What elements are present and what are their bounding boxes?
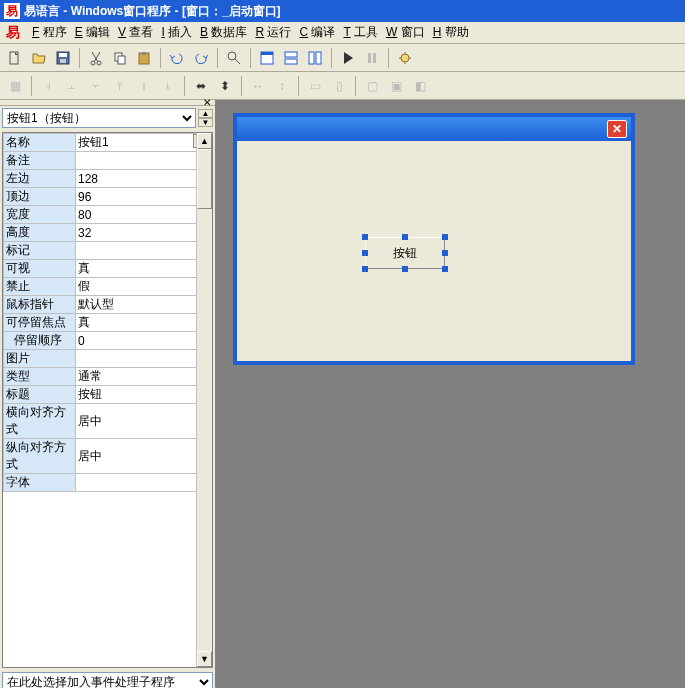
prop-value[interactable]: 按钮 <box>76 386 212 404</box>
resize-handle[interactable] <box>362 234 368 240</box>
prop-label[interactable]: 可停留焦点 <box>4 314 76 332</box>
title-sep1: - <box>60 4 71 18</box>
prop-value[interactable] <box>76 152 212 170</box>
menu-item[interactable]: W 窗口 <box>382 23 429 41</box>
form-titlebar[interactable]: ✕ <box>237 117 631 141</box>
button-caption: 按钮 <box>393 245 417 262</box>
prop-value[interactable]: 128 <box>76 170 212 188</box>
svg-rect-12 <box>261 52 273 55</box>
property-grid[interactable]: 名称按钮1⋯备注左边128顶边96宽度80高度32标记可视真禁止假鼠标指针默认型… <box>2 132 213 668</box>
menu-item[interactable]: R 运行 <box>251 23 295 41</box>
svg-point-4 <box>91 61 95 65</box>
scroll-thumb[interactable] <box>197 149 212 209</box>
find-icon[interactable] <box>223 47 245 69</box>
new-file-icon[interactable] <box>4 47 26 69</box>
svg-rect-16 <box>316 52 321 64</box>
prop-label[interactable]: 停留顺序 <box>4 332 76 350</box>
prop-value[interactable]: 假 <box>76 278 212 296</box>
app-title-bar: 易 易语言 - Windows窗口程序 - [窗口：_启动窗口] <box>0 0 685 22</box>
copy-icon[interactable] <box>109 47 131 69</box>
prop-label[interactable]: 图片 <box>4 350 76 368</box>
resize-handle[interactable] <box>402 266 408 272</box>
prop-label[interactable]: 名称 <box>4 134 76 152</box>
size-v-icon[interactable]: ⬍ <box>214 75 236 97</box>
prop-value[interactable]: 0 <box>76 332 212 350</box>
prop-label[interactable]: 顶边 <box>4 188 76 206</box>
scroll-down-icon[interactable]: ▼ <box>197 651 212 667</box>
prop-label[interactable]: 禁止 <box>4 278 76 296</box>
resize-handle[interactable] <box>442 250 448 256</box>
size-h-icon[interactable]: ⬌ <box>190 75 212 97</box>
prop-label[interactable]: 鼠标指针 <box>4 296 76 314</box>
menu-item[interactable]: C 编译 <box>295 23 339 41</box>
prop-value[interactable] <box>76 350 212 368</box>
prop-value[interactable] <box>76 474 212 492</box>
prop-label[interactable]: 字体 <box>4 474 76 492</box>
menu-item[interactable]: T 工具 <box>339 23 381 41</box>
menu-item[interactable]: H 帮助 <box>429 23 473 41</box>
prop-value[interactable]: 居中 <box>76 404 212 439</box>
prop-label[interactable]: 宽度 <box>4 206 76 224</box>
prop-value[interactable]: 96 <box>76 188 212 206</box>
design-form[interactable]: ✕ 按钮 <box>234 114 634 364</box>
menu-item[interactable]: F 程序 <box>28 23 71 41</box>
prop-label[interactable]: 备注 <box>4 152 76 170</box>
resize-handle[interactable] <box>442 234 448 240</box>
resize-handle[interactable] <box>442 266 448 272</box>
prop-label[interactable]: 标题 <box>4 386 76 404</box>
prop-label[interactable]: 横向对齐方式 <box>4 404 76 439</box>
paste-icon[interactable] <box>133 47 155 69</box>
prop-label[interactable]: 高度 <box>4 224 76 242</box>
prop-value[interactable]: 32 <box>76 224 212 242</box>
resize-handle[interactable] <box>362 250 368 256</box>
save-icon[interactable] <box>52 47 74 69</box>
selector-up-icon[interactable]: ▲ <box>198 109 213 118</box>
title-window: [窗口：_启动窗口] <box>182 3 281 20</box>
prop-value[interactable]: 居中 <box>76 439 212 474</box>
prop-label[interactable]: 标记 <box>4 242 76 260</box>
prop-value[interactable] <box>76 242 212 260</box>
menu-item[interactable]: B 数据库 <box>196 23 251 41</box>
menu-item[interactable]: E 编辑 <box>71 23 114 41</box>
svg-rect-13 <box>285 52 297 57</box>
prop-value[interactable]: 真 <box>76 314 212 332</box>
prop-label[interactable]: 类型 <box>4 368 76 386</box>
svg-rect-3 <box>60 59 66 63</box>
prop-value[interactable]: 按钮1⋯ <box>76 134 212 152</box>
form-designer[interactable]: ✕ 按钮 <box>216 100 685 688</box>
undo-icon[interactable] <box>166 47 188 69</box>
title-sep2: - <box>171 4 182 18</box>
prop-label[interactable]: 可视 <box>4 260 76 278</box>
prop-value[interactable]: 默认型 <box>76 296 212 314</box>
window2-icon[interactable] <box>280 47 302 69</box>
svg-rect-18 <box>373 53 376 63</box>
prop-value[interactable]: 真 <box>76 260 212 278</box>
open-file-icon[interactable] <box>28 47 50 69</box>
run-icon[interactable] <box>337 47 359 69</box>
redo-icon[interactable] <box>190 47 212 69</box>
prop-value[interactable]: 通常 <box>76 368 212 386</box>
window3-icon[interactable] <box>304 47 326 69</box>
cut-icon[interactable] <box>85 47 107 69</box>
selector-down-icon[interactable]: ▼ <box>198 118 213 127</box>
toolbar-2: ▦ ⫞ ⫠ ⫟ ⫯ ⫲ ⫰ ⬌ ⬍ ↔ ↕ ▭ ▯ ▢ ▣ ◧ <box>0 72 685 100</box>
align-top-icon: ⫯ <box>109 75 131 97</box>
prop-scrollbar[interactable]: ▲ ▼ <box>196 133 212 667</box>
pause-icon <box>361 47 383 69</box>
resize-handle[interactable] <box>402 234 408 240</box>
resize-handle[interactable] <box>362 266 368 272</box>
event-selector[interactable]: 在此处选择加入事件处理子程序 <box>2 672 213 688</box>
form-body[interactable]: 按钮 <box>237 141 631 361</box>
prop-label[interactable]: 纵向对齐方式 <box>4 439 76 474</box>
menu-item[interactable]: V 查看 <box>114 23 157 41</box>
scroll-up-icon[interactable]: ▲ <box>197 133 212 149</box>
design-button-1[interactable]: 按钮 <box>365 237 445 269</box>
prop-value[interactable]: 80 <box>76 206 212 224</box>
svg-rect-9 <box>142 52 146 55</box>
object-selector[interactable]: 按钮1（按钮） <box>2 108 196 128</box>
prop-label[interactable]: 左边 <box>4 170 76 188</box>
window1-icon[interactable] <box>256 47 278 69</box>
menu-item[interactable]: I 插入 <box>157 23 196 41</box>
form-close-icon[interactable]: ✕ <box>607 120 627 138</box>
debug-icon[interactable] <box>394 47 416 69</box>
